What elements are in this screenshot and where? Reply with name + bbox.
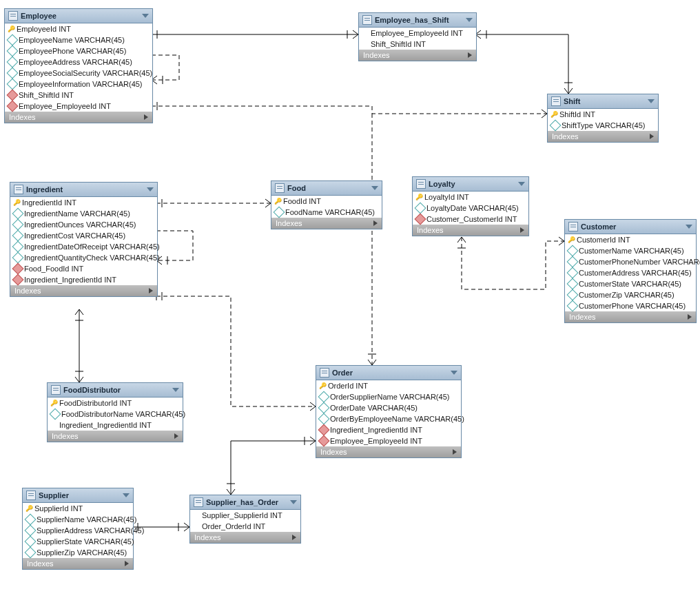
- chevron-down-icon[interactable]: [371, 186, 378, 190]
- chevron-down-icon[interactable]: [466, 18, 473, 22]
- indexes-section[interactable]: Indexes: [316, 446, 461, 457]
- table-supplier-has-order[interactable]: Supplier_has_Order Supplier_SupplierId I…: [189, 495, 301, 544]
- column-row[interactable]: IngredientDateOfReceipt VARCHAR(45): [10, 241, 157, 252]
- table-header[interactable]: Customer: [565, 220, 696, 234]
- table-title: FoodDistributor: [63, 386, 172, 394]
- column-row[interactable]: Shift_ShiftId INT: [359, 39, 476, 50]
- column-row[interactable]: Food_FoodId INT: [10, 263, 157, 274]
- column-row[interactable]: IngredientCost VARCHAR(45): [10, 230, 157, 241]
- indexes-section[interactable]: Indexes: [10, 285, 157, 296]
- column-row[interactable]: OrderSupplierName VARCHAR(45): [316, 391, 461, 402]
- column-row[interactable]: 🔑LoyaltyId INT: [413, 192, 528, 203]
- table-header[interactable]: Supplier: [23, 488, 133, 503]
- chevron-down-icon[interactable]: [686, 225, 692, 229]
- column-row[interactable]: Employee_EmployeeId INT: [316, 435, 461, 446]
- chevron-down-icon[interactable]: [142, 14, 149, 18]
- column-row[interactable]: CustomerPhone VARCHAR(45): [565, 300, 696, 311]
- indexes-section[interactable]: Indexes: [413, 225, 528, 236]
- column-row[interactable]: IngredientQuantityCheck VARCHAR(45): [10, 252, 157, 263]
- chevron-down-icon[interactable]: [648, 99, 655, 103]
- column-row[interactable]: EmployeeSocialSecurity VARCHAR(45): [5, 68, 152, 79]
- column-row[interactable]: Employee_EmployeeId INT: [359, 28, 476, 39]
- table-order[interactable]: Order 🔑OrderId INTOrderSupplierName VARC…: [316, 365, 462, 458]
- chevron-down-icon[interactable]: [172, 388, 179, 392]
- column-diamond-icon: [7, 68, 19, 79]
- column-row[interactable]: SupplierAddress VARCHAR(45): [23, 525, 133, 536]
- indexes-section[interactable]: Indexes: [190, 532, 300, 543]
- column-row[interactable]: 🔑SupplierId INT: [23, 503, 133, 514]
- indexes-section[interactable]: Indexes: [5, 112, 152, 123]
- column-row[interactable]: Employee_EmployeeId INT: [5, 101, 152, 112]
- column-row[interactable]: 🔑OrderId INT: [316, 380, 461, 391]
- column-row[interactable]: CustomerName VARCHAR(45): [565, 245, 696, 256]
- indexes-section[interactable]: Indexes: [548, 131, 658, 142]
- column-text: CustomerPhone VARCHAR(45): [579, 302, 686, 310]
- table-header[interactable]: Order: [316, 366, 461, 380]
- table-employee[interactable]: Employee 🔑EmployeeId INTEmployeeName VAR…: [4, 8, 153, 123]
- column-row[interactable]: Supplier_SupplierId INT: [190, 510, 300, 521]
- column-text: SupplierState VARCHAR(45): [37, 537, 134, 546]
- table-food[interactable]: Food 🔑FoodId INTFoodName VARCHAR(45) Ind…: [271, 180, 382, 229]
- table-loyalty[interactable]: Loyalty 🔑LoyaltyId INTLoyaltyDate VARCHA…: [412, 176, 529, 236]
- chevron-down-icon[interactable]: [147, 187, 154, 192]
- chevron-down-icon[interactable]: [123, 493, 130, 497]
- table-header[interactable]: Loyalty: [413, 177, 528, 192]
- column-row[interactable]: Ingredient_IngredientId INT: [48, 420, 183, 431]
- column-row[interactable]: 🔑ShiftId INT: [548, 109, 658, 120]
- column-diamond-icon: [7, 56, 19, 68]
- column-row[interactable]: 🔑IngredientId INT: [10, 197, 157, 208]
- column-row[interactable]: IngredientName VARCHAR(45): [10, 208, 157, 219]
- column-row[interactable]: CustomerAddress VARCHAR(45): [565, 267, 696, 278]
- column-row[interactable]: CustomerState VARCHAR(45): [565, 278, 696, 289]
- table-ingredient[interactable]: Ingredient 🔑IngredientId INTIngredientNa…: [10, 182, 158, 297]
- column-row[interactable]: 🔑FoodDistributorId INT: [48, 398, 183, 409]
- column-row[interactable]: Customer_CustomerId INT: [413, 214, 528, 225]
- table-header[interactable]: Ingredient: [10, 183, 157, 197]
- column-row[interactable]: Shift_ShiftId INT: [5, 90, 152, 101]
- column-row[interactable]: ShiftType VARCHAR(45): [548, 120, 658, 131]
- indexes-section[interactable]: Indexes: [565, 311, 696, 322]
- table-header[interactable]: Shift: [548, 94, 658, 109]
- column-row[interactable]: EmployeePhone VARCHAR(45): [5, 45, 152, 56]
- column-row[interactable]: LoyaltyDate VARCHAR(45): [413, 203, 528, 214]
- column-row[interactable]: FoodName VARCHAR(45): [271, 207, 382, 218]
- column-row[interactable]: SupplierZip VARCHAR(45): [23, 547, 133, 558]
- chevron-down-icon[interactable]: [518, 182, 525, 186]
- arrow-right-icon: [174, 433, 178, 439]
- column-row[interactable]: OrderDate VARCHAR(45): [316, 402, 461, 413]
- column-row[interactable]: 🔑EmployeeId INT: [5, 23, 152, 34]
- table-customer[interactable]: Customer 🔑CustomerId INTCustomerName VAR…: [564, 219, 697, 323]
- indexes-section[interactable]: Indexes: [271, 218, 382, 229]
- table-food-distributor[interactable]: FoodDistributor 🔑FoodDistributorId INTFo…: [47, 382, 183, 442]
- table-supplier[interactable]: Supplier 🔑SupplierId INTSupplierName VAR…: [22, 488, 134, 570]
- columns-list: Supplier_SupplierId INTOrder_OrderId INT: [190, 510, 300, 532]
- table-shift[interactable]: Shift 🔑ShiftId INTShiftType VARCHAR(45) …: [547, 94, 659, 143]
- table-header[interactable]: Employee: [5, 9, 152, 23]
- indexes-section[interactable]: Indexes: [23, 558, 133, 569]
- table-header[interactable]: Employee_has_Shift: [359, 13, 476, 28]
- column-row[interactable]: SupplierName VARCHAR(45): [23, 514, 133, 525]
- column-row[interactable]: 🔑CustomerId INT: [565, 234, 696, 245]
- column-row[interactable]: SupplierState VARCHAR(45): [23, 536, 133, 547]
- column-row[interactable]: OrderByEmployeeName VARCHAR(45): [316, 413, 461, 424]
- column-row[interactable]: CustomerPhoneNumber VARCHAR(45): [565, 256, 696, 267]
- column-row[interactable]: FoodDistributorName VARCHAR(45): [48, 409, 183, 420]
- column-row[interactable]: EmployeeName VARCHAR(45): [5, 34, 152, 45]
- indexes-section[interactable]: Indexes: [48, 431, 183, 442]
- column-row[interactable]: Ingredient_IngredientId INT: [10, 274, 157, 285]
- table-employee-has-shift[interactable]: Employee_has_Shift Employee_EmployeeId I…: [358, 12, 477, 61]
- indexes-label: Indexes: [14, 287, 41, 295]
- column-row[interactable]: EmployeeInformation VARCHAR(45): [5, 79, 152, 90]
- table-header[interactable]: Food: [271, 181, 382, 196]
- chevron-down-icon[interactable]: [451, 371, 457, 375]
- table-header[interactable]: FoodDistributor: [48, 383, 183, 398]
- chevron-down-icon[interactable]: [290, 500, 297, 504]
- column-row[interactable]: CustomerZip VARCHAR(45): [565, 289, 696, 300]
- column-row[interactable]: Ingredient_IngredientId INT: [316, 424, 461, 435]
- column-row[interactable]: Order_OrderId INT: [190, 521, 300, 532]
- indexes-section[interactable]: Indexes: [359, 50, 476, 61]
- column-row[interactable]: EmployeeAddress VARCHAR(45): [5, 56, 152, 68]
- column-row[interactable]: 🔑FoodId INT: [271, 196, 382, 207]
- column-row[interactable]: IngredientOunces VARCHAR(45): [10, 219, 157, 230]
- table-header[interactable]: Supplier_has_Order: [190, 495, 300, 510]
